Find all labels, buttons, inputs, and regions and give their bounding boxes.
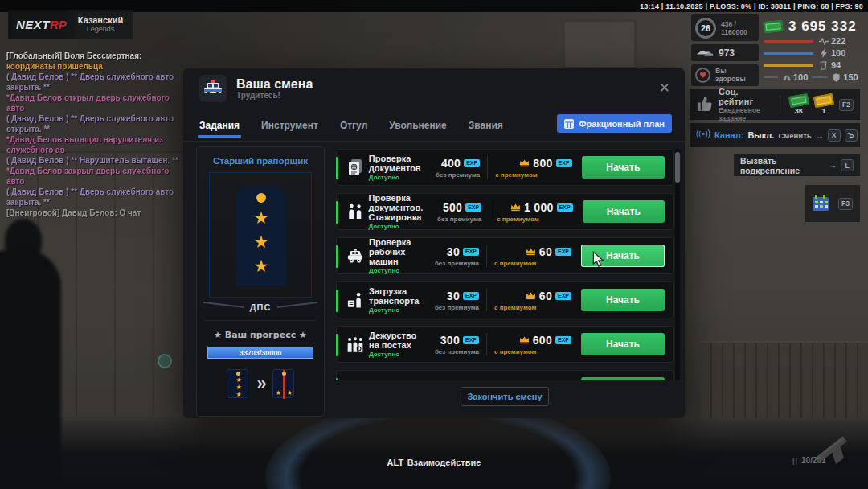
- end-shift-button[interactable]: Закончить смену: [461, 387, 549, 406]
- rank-progress-bar: 33703/30000: [207, 347, 313, 359]
- interns-icon: [343, 203, 367, 220]
- energy-stat: 100: [764, 48, 862, 58]
- chat-message: *Давид Белов открыл дверь служебного авт…: [6, 92, 186, 113]
- task-title: Проверка документов: [369, 154, 421, 173]
- crown-icon: [519, 335, 530, 344]
- food-value: 94: [831, 60, 841, 70]
- social-rating-subtitle: Ежедневное задание: [719, 106, 771, 122]
- exp-badge: EXP: [556, 159, 572, 167]
- task-list: Проверка документов Доступно 400EXP без …: [336, 149, 674, 380]
- task-availability: Доступно: [369, 223, 424, 230]
- drink-icon: [818, 61, 829, 70]
- chat-log[interactable]: [Глобальный] Воля Бессмертная: координат…: [6, 51, 186, 218]
- mouse-cursor: [592, 251, 604, 271]
- start-task-button[interactable]: [581, 377, 665, 380]
- start-task-button[interactable]: Начать: [581, 289, 665, 311]
- cash-icon: [788, 93, 809, 108]
- call-backup-panel[interactable]: Вызвать подкрепление → L: [734, 154, 860, 176]
- channel-change-label: Сменить: [778, 131, 811, 140]
- tab-dayoff[interactable]: Отгул: [340, 120, 367, 131]
- task-availability: Доступно: [369, 306, 420, 314]
- task-title: Проверка рабочих машин: [369, 237, 420, 266]
- rank-card: Старший прапорщик ДПС ★ Ваш прогресс ★ 3…: [196, 146, 325, 417]
- armor-value: 150: [843, 72, 858, 82]
- rank-star-icon: [236, 258, 286, 275]
- exp-badge: EXP: [555, 248, 571, 256]
- premium-reward: 800EXP с премиумом: [495, 157, 571, 179]
- fraction-plan-quick-panel[interactable]: F3: [805, 185, 860, 222]
- epaulette-image: [209, 172, 312, 298]
- cash-icon: [763, 20, 783, 33]
- server-edition: Legends: [87, 25, 115, 33]
- tab-ranks[interactable]: Звания: [469, 120, 503, 131]
- game-screen: 13:14 | 11.10.2025 | P.LOSS: 0% | ID: 38…: [0, 0, 868, 489]
- police-car-check-icon: [343, 249, 367, 264]
- key-f3: F3: [838, 198, 853, 210]
- level-panel: 26 436 / 1160000: [691, 14, 759, 41]
- channel-value: Выкл.: [747, 130, 774, 140]
- task-row: Загрузка транспорта Доступно 30EXP без п…: [336, 281, 674, 318]
- tab-tasks[interactable]: Задания: [199, 120, 240, 131]
- premium-reward: 1 000EXP с премиумом: [497, 201, 572, 223]
- exp-badge: EXP: [463, 292, 479, 300]
- task-list-scrollbar[interactable]: [675, 149, 680, 380]
- chat-message: ( Давид Белов ) ** Дверь служебного авто…: [6, 187, 186, 208]
- start-task-button[interactable]: Начать: [582, 156, 665, 179]
- premium-reward: 60EXP с премиумом: [494, 290, 571, 311]
- health-value: 222: [831, 36, 845, 46]
- energy-value: 100: [831, 48, 845, 58]
- key-alt: ALT: [387, 458, 404, 467]
- modal-header: Ваша смена Трудитесь!: [183, 68, 685, 109]
- interaction-hint: ALT Взаимодействие: [0, 454, 868, 469]
- exp-badge: EXP: [555, 336, 571, 344]
- game-logo: NEXTRP: [8, 10, 75, 39]
- radio-icon: [696, 128, 710, 142]
- tab-tools[interactable]: Инструмент: [261, 120, 318, 131]
- decorative-wing: [277, 302, 317, 313]
- steps-panel: 973: [691, 44, 759, 61]
- crown-icon: [526, 291, 536, 300]
- social-rating-panel[interactable]: Соц. рейтинг Ежедневное задание 3К 1 F2: [690, 89, 860, 120]
- task-status-bar: [336, 245, 338, 268]
- shield-icon: [832, 73, 841, 82]
- armor-bar: [812, 76, 828, 78]
- health-stat: 222: [764, 36, 862, 46]
- task-row: Проверка документов Доступно 400EXP без …: [336, 149, 674, 186]
- scrollbar-thumb[interactable]: [675, 152, 680, 183]
- money-panel: 3 695 332: [764, 14, 862, 39]
- chat-message: *Давид Белов закрыл дверь служебного авт…: [6, 166, 186, 187]
- fraction-plan-button[interactable]: Фракционный план: [557, 114, 672, 133]
- close-icon[interactable]: ✕: [659, 80, 670, 97]
- radio-channel-panel[interactable]: Канал: Выкл. Сменить → X Ъ: [690, 123, 860, 147]
- fraction-plan-label: Фракционный план: [579, 119, 665, 129]
- crown-icon: [519, 158, 530, 167]
- patrol-group-icon: [343, 336, 367, 353]
- food-stat: 94: [764, 60, 862, 70]
- police-car-icon: [199, 75, 227, 102]
- start-task-button[interactable]: Начать: [581, 333, 665, 355]
- base-reward: 30EXP без премиума: [420, 245, 479, 267]
- base-reward: 400EXP без премиума: [421, 157, 481, 179]
- bolt-icon: [818, 49, 829, 58]
- interaction-action: Взаимодействие: [407, 458, 481, 467]
- task-row-partial: [336, 370, 674, 380]
- premium-reward: 60EXP с премиумом: [494, 245, 571, 267]
- task-status-bar: [336, 290, 338, 312]
- thumbs-up-icon: [696, 95, 713, 115]
- crown-icon: [510, 203, 521, 212]
- divider: [486, 333, 487, 355]
- health-bar: [764, 40, 813, 43]
- exp-badge: EXP: [463, 248, 479, 256]
- xp-current: 436 /: [721, 20, 747, 28]
- key-f2: F2: [839, 99, 854, 111]
- exp-badge: EXP: [464, 159, 480, 167]
- base-reward: 30EXP без премиума: [420, 290, 479, 311]
- chat-message: *Давид Белов вытащил нарушителя из служе…: [6, 134, 186, 155]
- department-label: ДПС: [250, 302, 272, 312]
- tab-resign[interactable]: Увольнение: [389, 120, 446, 131]
- task-row: Проверка документов. Стажировка Доступно…: [336, 193, 674, 230]
- task-title: Дежурство на постах: [369, 331, 420, 350]
- chat-message: ( Давид Белов ) ** Дверь служебного авто…: [6, 113, 186, 134]
- base-reward: 500EXP без премиума: [423, 201, 481, 223]
- start-task-button[interactable]: Начать: [583, 200, 665, 223]
